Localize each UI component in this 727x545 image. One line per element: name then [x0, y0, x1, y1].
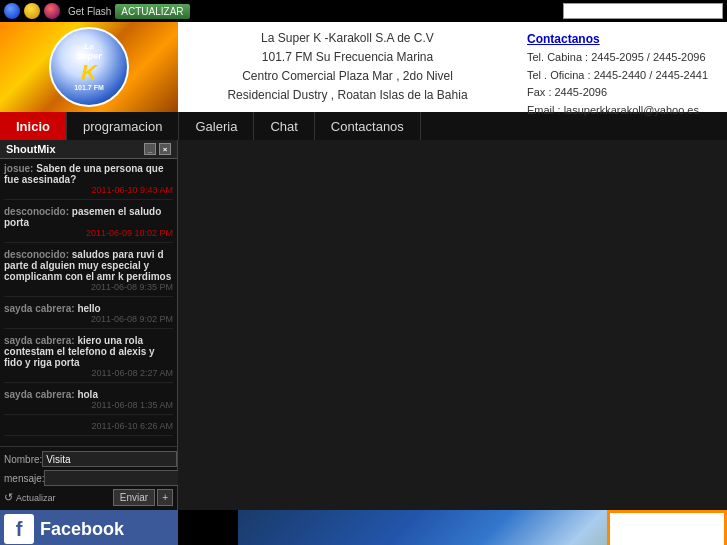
shout-user-4: sayda cabrera: hello [4, 303, 173, 314]
top-bar-right [563, 3, 723, 19]
shoutmix-send-row: ↺ Actualizar Enviar + [4, 489, 173, 506]
actualizar-button[interactable]: ACTUALIZAR [115, 4, 189, 19]
contact-link[interactable]: Contactanos [527, 32, 600, 46]
logo-circle: La Super K 101.7 FM [49, 27, 129, 107]
shout-msg-5: kiero una rola contestam el telefono d a… [4, 335, 155, 368]
nav-item-programacion[interactable]: programacion [67, 112, 180, 140]
header-center: La Super K -Karakoll S.A de C.V 101.7 FM… [178, 22, 517, 112]
refresh-icon: ↺ [4, 491, 13, 504]
sports-placeholder [238, 510, 607, 545]
shoutmix-title: ShoutMix [6, 143, 56, 155]
header-right: Contactanos Tel. Cabina : 2445-2095 / 24… [517, 22, 727, 112]
header-center-text: La Super K -Karakoll S.A de C.V 101.7 FM… [227, 29, 467, 106]
shoutmix-header: ShoutMix _ × [0, 140, 177, 159]
shout-entry-7: 2011-06-10 6:26 AM [4, 421, 173, 436]
top-bar: Get Flash ACTUALIZAR [0, 0, 727, 22]
nombre-label: Nombre: [4, 454, 42, 465]
sports-photo [238, 510, 607, 545]
nombre-row: Nombre: [4, 451, 173, 467]
nav-item-inicio[interactable]: Inicio [0, 112, 67, 140]
shout-time-5: 2011-06-08 2:27 AM [4, 368, 173, 378]
actualizar-label: Actualizar [16, 493, 56, 503]
email: Email : lasuperkkarakoll@yahoo.es [527, 104, 699, 116]
get-flash-text: Get Flash [68, 6, 111, 17]
station-name: La Super K -Karakoll S.A de C.V [227, 29, 467, 48]
actualizar-small[interactable]: ↺ Actualizar [4, 491, 56, 504]
mensaje-row: mensaje: [4, 470, 173, 486]
nav-item-contactanos[interactable]: Contactanos [315, 112, 421, 140]
address2: Residencial Dustry , Roatan Islas de la … [227, 86, 467, 105]
youtube-box: You [178, 510, 238, 545]
shoutmix-messages: josue: Saben de una persona que fue ases… [0, 159, 177, 446]
shoutmix-footer: Nombre: mensaje: ↺ Actualizar Enviar + [0, 446, 177, 510]
shout-user-2: desconocido: pasemen el saludo porta [4, 206, 173, 228]
bottom-row: f Facebook You [0, 510, 727, 545]
shoutmix-header-icons: _ × [144, 143, 171, 155]
mensaje-label: mensaje: [4, 473, 44, 484]
shout-entry-2: desconocido: pasemen el saludo porta 201… [4, 206, 173, 243]
shout-time-4: 2011-06-08 9:02 PM [4, 314, 173, 324]
shoutmix-close[interactable]: × [159, 143, 171, 155]
shout-entry-3: desconocido: saludos para ruvi d parte d… [4, 249, 173, 297]
shout-user-1: josue: Saben de una persona que fue ases… [4, 163, 173, 185]
shout-time-3: 2011-06-08 9:35 PM [4, 282, 173, 292]
nombre-input[interactable] [42, 451, 177, 467]
logo-freq-text: 101.7 FM [74, 84, 104, 92]
nav-item-chat[interactable]: Chat [254, 112, 314, 140]
tel-cabina: Tel. Cabina : 2445-2095 / 2445-2096 [527, 51, 706, 63]
icon-gold [24, 3, 40, 19]
shout-time-6: 2011-06-08 1:35 AM [4, 400, 173, 410]
fb-top: f Facebook [4, 514, 174, 544]
enviar-button[interactable]: Enviar [113, 489, 155, 506]
logo-text: La Super K 101.7 FM [74, 43, 104, 91]
main-content: ShoutMix _ × josue: Saben de una persona… [0, 140, 727, 510]
shout-entry-5: sayda cabrera: kiero una rola contestam … [4, 335, 173, 383]
shout-entry-6: sayda cabrera: hola 2011-06-08 1:35 AM [4, 389, 173, 415]
search-input[interactable] [563, 3, 723, 19]
shout-msg-1: Saben de una persona que fue asesinada? [4, 163, 164, 185]
shout-time-7: 2011-06-10 6:26 AM [4, 421, 173, 431]
icon-blue [4, 3, 20, 19]
logo-k-text: K [74, 62, 104, 84]
shout-time-1: 2011-06-10 9:43 AM [4, 185, 173, 195]
fax: Fax : 2445-2096 [527, 86, 607, 98]
shout-msg-3: saludos para ruvi d parte d alguien muy … [4, 249, 171, 282]
shout-user-5: sayda cabrera: kiero una rola contestam … [4, 335, 173, 368]
shoutmix-panel: ShoutMix _ × josue: Saben de una persona… [0, 140, 178, 510]
facebook-box: f Facebook [0, 510, 178, 545]
shout-user-6: sayda cabrera: hola [4, 389, 173, 400]
shoutmix-minimize[interactable]: _ [144, 143, 156, 155]
logo-area: La Super K 101.7 FM [0, 22, 178, 112]
plus-button[interactable]: + [157, 489, 173, 506]
nav-item-galeria[interactable]: Galeria [179, 112, 254, 140]
shout-entry-1: josue: Saben de una persona que fue ases… [4, 163, 173, 200]
top-bar-left: Get Flash ACTUALIZAR [4, 3, 190, 19]
tel-oficina: Tel . Oficina : 2445-2440 / 2445-2441 [527, 69, 708, 81]
icon-red-blue [44, 3, 60, 19]
shout-msg-6: hola [77, 389, 98, 400]
frequency: 101.7 FM Su Frecuencia Marina [227, 48, 467, 67]
shout-time-2: 2011-06-09 10:02 PM [4, 228, 173, 238]
mensaje-input[interactable] [44, 470, 179, 486]
shout-user-3: desconocido: saludos para ruvi d parte d… [4, 249, 173, 282]
header: La Super K 101.7 FM La Super K -Karakoll… [0, 22, 727, 112]
shout-msg-4: hello [77, 303, 100, 314]
address1: Centro Comercial Plaza Mar , 2do Nivel [227, 67, 467, 86]
shout-entry-4: sayda cabrera: hello 2011-06-08 9:02 PM [4, 303, 173, 329]
right-content [178, 140, 727, 510]
facebook-label: Facebook [40, 519, 124, 540]
orange-box [607, 510, 727, 545]
fb-logo: f [4, 514, 34, 544]
shout-msg-2: pasemen el saludo porta [4, 206, 161, 228]
